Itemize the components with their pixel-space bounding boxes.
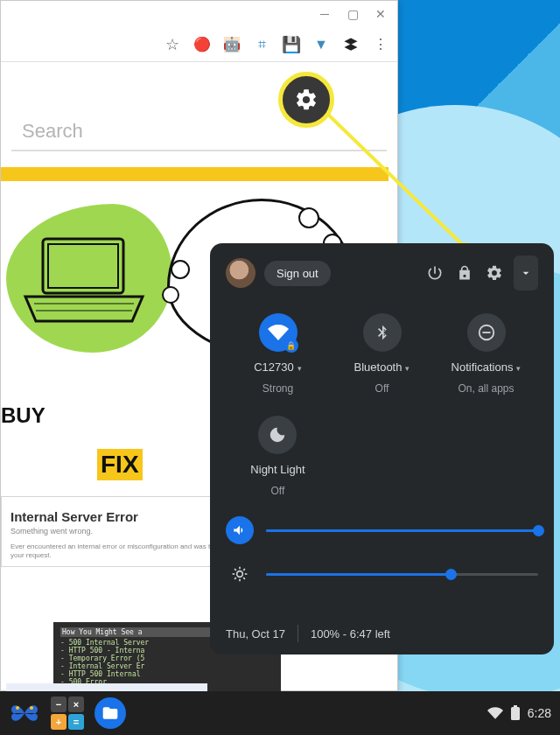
site-search-row [1,97,397,167]
clock: 6:28 [528,706,551,720]
svg-line-16 [243,569,245,570]
tile-wifi-title: C12730 [254,360,294,374]
browser-toolbar: ☆ 🔴 🤖 ⌗ 💾 ▼ ⋮ [1,27,397,62]
power-icon[interactable] [424,262,445,284]
window-maximize-icon[interactable]: ▢ [346,8,359,20]
calculator-app-icon[interactable]: − × + = [51,696,84,730]
svg-point-8 [237,571,243,578]
label-fix: FIX [97,449,143,480]
laptop-illustration [20,232,151,337]
callout-settings-gear [278,72,334,128]
brightness-slider[interactable] [226,560,538,588]
svg-line-14 [243,578,245,579]
tile-bluetooth-sub: Off [375,382,389,395]
volume-icon[interactable] [226,516,254,544]
night-light-icon [268,425,287,444]
status-tray[interactable]: 6:28 [487,705,551,721]
accent-stripe [1,167,388,181]
footer-battery: 100% - 6:47 left [311,627,390,640]
tile-bluetooth-title: Bluetooth [354,360,402,374]
terminal-line: - Temporary Error (5 [60,654,274,662]
wifi-lock-badge-icon: 🔒 [284,339,298,353]
volume-slider[interactable] [226,516,538,544]
svg-line-13 [234,569,236,570]
terminal-line: - Internal Server Er [60,662,274,670]
label-buy: BUY [1,403,46,428]
extension-arrow-icon[interactable]: ▼ [313,37,329,52]
extension-crop-icon[interactable]: ⌗ [254,37,270,52]
extension-face-icon[interactable]: 🤖 [224,37,240,52]
chevron-down-icon [519,266,533,280]
collapse-tray-button[interactable] [514,256,538,290]
tile-night-light-sub: Off [271,485,285,497]
quick-settings-panel: Sign out 🔒 C12730▾ Strong Bluetooth▾ Off [210,243,554,654]
svg-line-15 [234,578,236,579]
terminal-line: - HTTP 500 Internal [60,670,274,678]
svg-point-17 [16,706,19,710]
wifi-status-icon [487,705,503,721]
lock-icon[interactable] [454,262,475,284]
bluetooth-icon [374,324,391,341]
window-close-icon[interactable]: ✕ [374,8,387,20]
extension-stack-icon[interactable] [343,37,359,52]
tile-night-light-title: Night Light [250,463,304,476]
svg-rect-7 [482,332,490,333]
window-minimize-icon[interactable]: ─ [318,8,331,20]
svg-rect-1 [48,244,118,288]
do-not-disturb-icon [477,323,496,342]
tile-notifications[interactable]: Notifications▾ On, all apps [434,313,538,395]
bookmark-star-icon[interactable]: ☆ [164,37,180,52]
extension-save-icon[interactable]: 💾 [284,37,299,52]
browser-menu-icon[interactable]: ⋮ [373,37,388,52]
avatar[interactable] [226,258,256,288]
shelf: − × + = 6:28 [0,691,560,735]
footer-date: Thu, Oct 17 [226,627,285,640]
battery-status-icon [510,705,521,721]
sign-out-button[interactable]: Sign out [264,261,331,286]
settings-gear-icon[interactable] [484,262,505,284]
svg-rect-20 [514,705,517,707]
brightness-icon[interactable] [226,560,254,588]
tile-notifications-sub: On, all apps [458,382,514,395]
svg-point-18 [30,706,33,710]
search-input[interactable] [11,113,387,151]
tile-bluetooth[interactable]: Bluetooth▾ Off [330,313,434,395]
files-app-icon[interactable] [94,697,126,729]
tile-wifi[interactable]: 🔒 C12730▾ Strong [226,313,330,395]
tile-wifi-sub: Strong [262,382,293,395]
tile-night-light[interactable]: Night Light Off [226,416,330,497]
gear-icon [294,88,318,112]
butterfly-app-icon[interactable] [9,697,40,729]
extension-1-icon[interactable]: 🔴 [194,37,210,52]
svg-rect-19 [511,707,520,720]
svg-rect-0 [43,239,123,293]
wifi-icon [268,322,289,343]
tile-notifications-title: Notifications [452,360,514,374]
window-titlebar: ─ ▢ ✕ [1,1,397,27]
